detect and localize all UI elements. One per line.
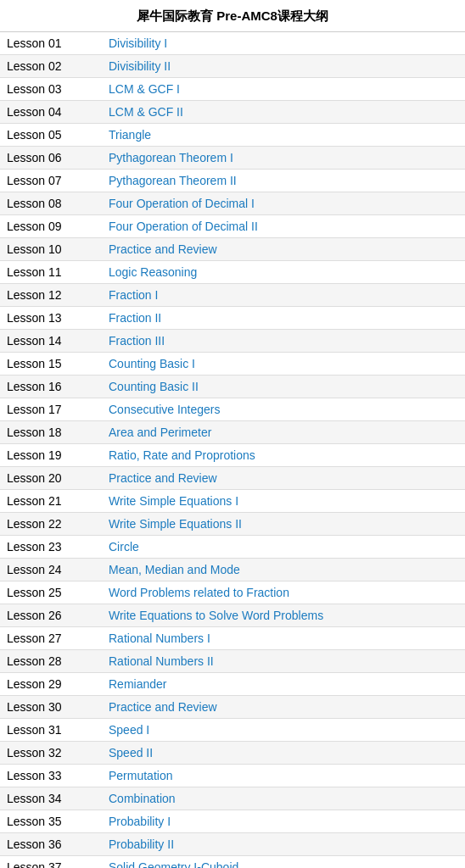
lesson-number: Lesson 11 (0, 261, 102, 284)
table-row: Lesson 23Circle (0, 536, 465, 559)
lesson-number: Lesson 02 (0, 55, 102, 78)
lesson-number: Lesson 23 (0, 536, 102, 559)
table-row: Lesson 35Probability I (0, 810, 465, 833)
lesson-title: Area and Perimeter (102, 421, 465, 444)
table-row: Lesson 30Practice and Review (0, 696, 465, 719)
lesson-number: Lesson 05 (0, 124, 102, 147)
lesson-title: Triangle (102, 124, 465, 147)
table-row: Lesson 09Four Operation of Decimal II (0, 215, 465, 238)
lesson-title: Write Simple Equations II (102, 513, 465, 536)
table-row: Lesson 17Consecutive Integers (0, 398, 465, 421)
table-row: Lesson 22Write Simple Equations II (0, 513, 465, 536)
table-row: Lesson 03LCM & GCF I (0, 78, 465, 101)
lesson-title: Counting Basic I (102, 353, 465, 376)
lesson-title: Circle (102, 536, 465, 559)
lesson-number: Lesson 35 (0, 810, 102, 833)
lesson-title: Fraction II (102, 307, 465, 330)
table-row: Lesson 01Divisibility I (0, 32, 465, 55)
table-row: Lesson 06Pythagorean Theorem I (0, 147, 465, 170)
lesson-number: Lesson 26 (0, 604, 102, 627)
lesson-title: Speed I (102, 719, 465, 742)
lesson-title: Fraction I (102, 284, 465, 307)
lesson-title: Probability II (102, 833, 465, 856)
table-row: Lesson 27Rational Numbers I (0, 627, 465, 650)
lesson-title: Probability I (102, 810, 465, 833)
table-row: Lesson 08Four Operation of Decimal I (0, 192, 465, 215)
lesson-number: Lesson 12 (0, 284, 102, 307)
lesson-number: Lesson 32 (0, 742, 102, 765)
lesson-title: Ratio, Rate and Proprotions (102, 444, 465, 467)
lesson-number: Lesson 03 (0, 78, 102, 101)
table-row: Lesson 11Logic Reasoning (0, 261, 465, 284)
lesson-number: Lesson 18 (0, 421, 102, 444)
lesson-title: Divisibility I (102, 32, 465, 55)
lesson-number: Lesson 06 (0, 147, 102, 170)
table-row: Lesson 24Mean, Median and Mode (0, 559, 465, 581)
lesson-title: Speed II (102, 742, 465, 765)
lesson-title: Write Simple Equations I (102, 490, 465, 513)
lesson-number: Lesson 33 (0, 765, 102, 787)
lesson-title: Four Operation of Decimal I (102, 192, 465, 215)
lesson-number: Lesson 36 (0, 833, 102, 856)
lesson-number: Lesson 15 (0, 353, 102, 376)
lesson-number: Lesson 21 (0, 490, 102, 513)
lesson-title: LCM & GCF II (102, 101, 465, 124)
lesson-number: Lesson 29 (0, 673, 102, 696)
table-row: Lesson 21Write Simple Equations I (0, 490, 465, 513)
lesson-title: Pythagorean Theorem I (102, 147, 465, 170)
lesson-number: Lesson 17 (0, 398, 102, 421)
lesson-title: Fraction III (102, 330, 465, 353)
lesson-number: Lesson 07 (0, 170, 102, 192)
lesson-title: Practice and Review (102, 467, 465, 490)
lesson-title: Rational Numbers II (102, 650, 465, 673)
table-row: Lesson 18Area and Perimeter (0, 421, 465, 444)
lesson-number: Lesson 14 (0, 330, 102, 353)
lesson-title: Logic Reasoning (102, 261, 465, 284)
table-row: Lesson 25Word Problems related to Fracti… (0, 581, 465, 604)
lesson-number: Lesson 22 (0, 513, 102, 536)
lesson-number: Lesson 19 (0, 444, 102, 467)
lesson-number: Lesson 37 (0, 856, 102, 869)
table-row: Lesson 36Probability II (0, 833, 465, 856)
table-row: Lesson 02Divisibility II (0, 55, 465, 78)
lesson-title: Rational Numbers I (102, 627, 465, 650)
table-row: Lesson 15Counting Basic I (0, 353, 465, 376)
lesson-title: Combination (102, 787, 465, 810)
table-row: Lesson 28Rational Numbers II (0, 650, 465, 673)
lesson-number: Lesson 28 (0, 650, 102, 673)
lesson-number: Lesson 25 (0, 581, 102, 604)
lesson-number: Lesson 16 (0, 376, 102, 398)
lesson-number: Lesson 20 (0, 467, 102, 490)
table-row: Lesson 19Ratio, Rate and Proprotions (0, 444, 465, 467)
lesson-title: Permutation (102, 765, 465, 787)
lesson-title: Practice and Review (102, 696, 465, 719)
table-row: Lesson 05Triangle (0, 124, 465, 147)
table-row: Lesson 16Counting Basic II (0, 376, 465, 398)
table-row: Lesson 20Practice and Review (0, 467, 465, 490)
table-row: Lesson 34Combination (0, 787, 465, 810)
lesson-number: Lesson 34 (0, 787, 102, 810)
lesson-number: Lesson 24 (0, 559, 102, 581)
lesson-title: Write Equations to Solve Word Problems (102, 604, 465, 627)
lesson-number: Lesson 09 (0, 215, 102, 238)
table-row: Lesson 12Fraction I (0, 284, 465, 307)
curriculum-table: Lesson 01Divisibility ILesson 02Divisibi… (0, 32, 465, 868)
table-row: Lesson 37Solid Geometry I-Cuboid (0, 856, 465, 869)
lesson-number: Lesson 10 (0, 238, 102, 261)
table-row: Lesson 32Speed II (0, 742, 465, 765)
table-row: Lesson 31Speed I (0, 719, 465, 742)
lesson-number: Lesson 08 (0, 192, 102, 215)
lesson-number: Lesson 31 (0, 719, 102, 742)
lesson-title: Remiander (102, 673, 465, 696)
lesson-title: Mean, Median and Mode (102, 559, 465, 581)
lesson-title: Four Operation of Decimal II (102, 215, 465, 238)
lesson-number: Lesson 04 (0, 101, 102, 124)
lesson-title: Pythagorean Theorem II (102, 170, 465, 192)
table-row: Lesson 26Write Equations to Solve Word P… (0, 604, 465, 627)
table-row: Lesson 29Remiander (0, 673, 465, 696)
table-row: Lesson 10Practice and Review (0, 238, 465, 261)
page-title: 犀牛国际教育 Pre-AMC8课程大纲 (0, 0, 465, 32)
table-row: Lesson 33Permutation (0, 765, 465, 787)
table-row: Lesson 04LCM & GCF II (0, 101, 465, 124)
lesson-title: Practice and Review (102, 238, 465, 261)
